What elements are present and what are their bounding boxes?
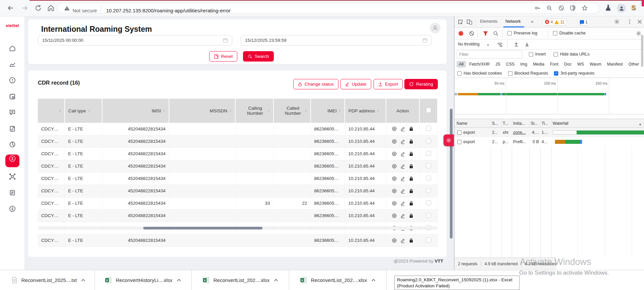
col-msisdn[interactable]: MSISDN [169, 99, 235, 123]
view-detail-icon[interactable] [392, 213, 397, 218]
col-name[interactable]: Name [457, 121, 467, 126]
inspect-element-icon[interactable] [457, 19, 464, 25]
col-size[interactable]: Si... [531, 121, 538, 126]
col-initiator[interactable]: Initia... [513, 121, 525, 126]
download-item[interactable]: XReconvertList_202....xlsx [192, 270, 289, 290]
zoom-out-icon[interactable] [546, 5, 554, 13]
view-detail-icon[interactable] [392, 201, 397, 206]
chevron-up-icon[interactable] [371, 279, 376, 282]
view-detail-icon[interactable] [392, 238, 397, 243]
sidebar-item-dollar[interactable]: $ [0, 152, 25, 165]
col-time[interactable]: Ti... [542, 121, 548, 126]
forward-icon[interactable] [21, 4, 29, 12]
sidebar-item-pie-chart[interactable] [0, 138, 25, 151]
messages-badge[interactable]: 1 [577, 18, 590, 25]
chevron-up-icon[interactable] [177, 279, 181, 282]
download-item[interactable]: ReconvertList_2025....txt [3, 270, 95, 290]
blocked-content-icon[interactable] [558, 5, 566, 13]
col-pdp-address[interactable]: PDP address [345, 99, 386, 123]
lock-row-icon[interactable] [409, 201, 414, 206]
sidebar-item-line-chart[interactable] [0, 58, 25, 71]
download-item[interactable]: XReconvertHistoryLi....xlsx [95, 270, 192, 290]
view-detail-icon[interactable] [392, 176, 397, 181]
table-row[interactable]: CDCYPK...E - LTE452048822815434332286236… [38, 197, 437, 209]
import-har-icon[interactable] [513, 41, 519, 47]
network-overview[interactable]: 50 ms100 ms150 ms [455, 78, 644, 114]
sort-icon[interactable] [88, 109, 90, 113]
checkbox[interactable] [508, 71, 512, 76]
filter-chip-font[interactable]: Font [548, 61, 561, 68]
filter-chip-doc[interactable]: Doc [562, 61, 574, 68]
row-checkbox[interactable] [426, 176, 431, 181]
update-button[interactable]: Update [340, 79, 371, 89]
sort-icon[interactable] [267, 109, 270, 113]
device-toolbar-icon[interactable] [466, 19, 473, 25]
select-all-checkbox[interactable] [426, 108, 431, 113]
filter-chip-fetchxhr[interactable]: Fetch/XHR [467, 61, 492, 68]
has-blocked-cookies-checkbox[interactable]: Has blocked cookies [457, 71, 502, 76]
devtools-menu-icon[interactable] [627, 19, 633, 25]
export-button[interactable]: Export [374, 79, 403, 89]
key-icon[interactable] [534, 5, 542, 13]
export-har-icon[interactable] [524, 41, 530, 47]
blocked-requests-checkbox[interactable]: Blocked Requests [508, 71, 548, 76]
search-button[interactable]: Search [243, 51, 274, 62]
devtools-settings-icon[interactable] [614, 19, 620, 25]
table-row[interactable]: CDCYPK...E - LTE452048822815434862366052… [38, 123, 437, 135]
col-waterfall[interactable]: Waterfall [553, 121, 568, 126]
lock-row-icon[interactable] [409, 188, 414, 194]
table-horizontal-scrollbar[interactable] [38, 226, 437, 230]
network-conditions-icon[interactable] [497, 41, 503, 48]
filter-funnel-icon[interactable] [483, 31, 488, 36]
sidebar-item-chip-settings[interactable] [0, 90, 25, 103]
devtools-close-icon[interactable] [637, 19, 643, 25]
browser-profile-avatar[interactable] [617, 4, 626, 13]
bookmark-star-icon[interactable] [581, 5, 589, 13]
row-checkbox[interactable] [426, 213, 431, 218]
screenshot-app-icon[interactable]: S [631, 4, 636, 12]
extension-flask-icon[interactable] [604, 4, 612, 12]
tab-network[interactable]: Network [505, 19, 521, 24]
clear-icon[interactable] [469, 30, 475, 36]
rerating-button[interactable]: Rerating [404, 79, 438, 89]
col-called-number[interactable]: Called Number [273, 99, 311, 123]
lock-row-icon[interactable] [409, 139, 414, 144]
table-row[interactable]: CDCYPK...E - LTE452048822815434862366052… [38, 172, 437, 185]
edit-row-icon[interactable] [400, 213, 405, 218]
col-imsi[interactable]: IMSI [102, 99, 169, 123]
lock-row-icon[interactable] [409, 213, 414, 218]
sort-icon[interactable] [59, 109, 61, 113]
more-tabs-icon[interactable] [531, 19, 534, 24]
row-checkbox[interactable] [426, 126, 431, 131]
chevron-up-icon[interactable] [274, 279, 278, 282]
row-checkbox[interactable] [426, 200, 431, 205]
download-item[interactable]: XReconvertList_202....xlsx [290, 270, 387, 290]
lock-row-icon[interactable] [409, 238, 414, 243]
col-id[interactable] [38, 99, 65, 123]
edit-row-icon[interactable] [400, 176, 405, 181]
checkbox[interactable] [554, 52, 558, 57]
edit-row-icon[interactable] [400, 164, 405, 169]
preserve-log-checkbox[interactable]: Preserve log [507, 31, 537, 35]
calendar-icon[interactable] [422, 38, 427, 43]
settings-fab[interactable] [444, 134, 454, 146]
col-calling-number[interactable]: Calling Number [235, 99, 273, 123]
table-row[interactable]: CDCYPK...E - LTE452048822815434862366052… [38, 209, 437, 222]
filter-chip-other[interactable]: Other [626, 61, 641, 68]
sidebar-item-network-nodes[interactable] [0, 170, 25, 183]
row-checkbox[interactable] [426, 237, 431, 243]
col-status[interactable]: S... [492, 121, 498, 126]
view-detail-icon[interactable] [392, 188, 397, 194]
sidebar-item-chat-sync[interactable] [0, 106, 25, 119]
edit-row-icon[interactable] [400, 201, 405, 206]
shield-icon[interactable] [569, 5, 577, 13]
filter-chip-manifest[interactable]: Manifest [605, 61, 625, 68]
sort-icon[interactable] [229, 109, 232, 113]
request-row[interactable]: export2...p...Prefli...0 B4... [455, 137, 644, 147]
table-row[interactable]: CDCYPK...E - LTE452048822815434862366052… [38, 160, 437, 172]
network-search-icon[interactable] [493, 30, 499, 36]
sidebar-item-home[interactable] [0, 42, 25, 55]
scrollbar-thumb[interactable] [143, 227, 262, 229]
calendar-icon[interactable] [223, 38, 228, 43]
row-checkbox[interactable] [426, 138, 431, 143]
